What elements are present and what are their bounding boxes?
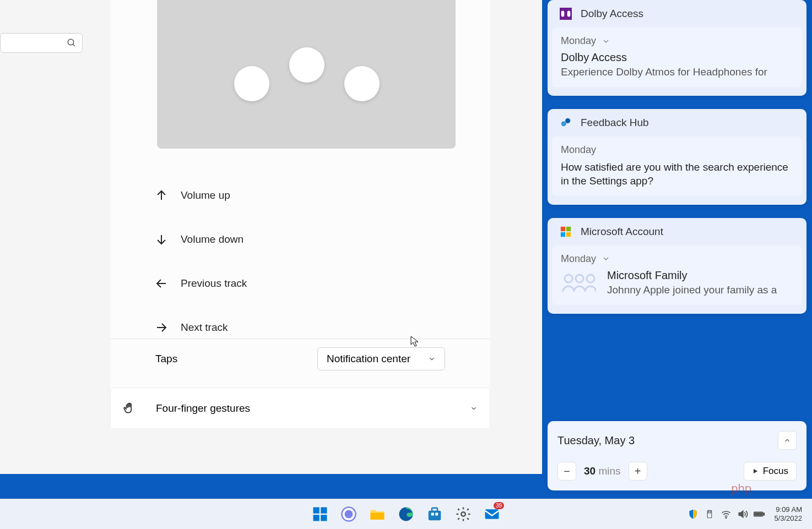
four-finger-label: Four-finger gestures [156, 402, 250, 415]
tray-security-icon[interactable] [686, 507, 700, 521]
store-icon [426, 506, 443, 522]
svg-rect-27 [429, 511, 441, 521]
touch-point-2 [289, 47, 324, 83]
svg-rect-11 [561, 227, 565, 231]
notification-app-header[interactable]: Microsoft Account [548, 222, 806, 243]
focus-date[interactable]: Tuesday, May 3 [557, 434, 635, 447]
taskbar: 39 9:09 AM 5/3/2022 [0, 499, 812, 529]
taskbar-chat[interactable] [335, 501, 362, 527]
system-tray: 9:09 AM 5/3/2022 [686, 505, 808, 522]
svg-rect-12 [566, 227, 571, 231]
gesture-row-volume-up[interactable]: Volume up [154, 173, 452, 217]
chevron-down-icon [602, 254, 610, 263]
taskbar-clock[interactable]: 9:09 AM 5/3/2022 [768, 505, 808, 522]
notification-title: Dolby Access [561, 51, 793, 64]
notification-app-header[interactable]: Feedback Hub [548, 113, 806, 134]
taps-dropdown[interactable]: Notification center [317, 347, 445, 370]
increase-time-button[interactable]: + [629, 462, 647, 481]
touch-point-3 [344, 66, 380, 101]
svg-rect-29 [431, 513, 434, 516]
start-button[interactable] [307, 501, 333, 527]
search-input[interactable] [12, 39, 67, 47]
search-icon [67, 38, 77, 48]
svg-rect-34 [708, 511, 711, 513]
four-finger-gestures-row[interactable]: Four-finger gestures [110, 388, 490, 429]
taskbar-edge[interactable] [393, 501, 419, 527]
focus-button-label: Focus [763, 466, 788, 477]
edge-icon [398, 506, 414, 522]
collapse-button[interactable] [778, 431, 797, 450]
play-icon [752, 468, 759, 475]
app-name: Microsoft Account [581, 226, 663, 238]
taskbar-center: 39 [307, 501, 505, 527]
notification-item[interactable]: Monday How satisfied are you with the se… [552, 137, 802, 196]
tray-wifi-icon[interactable] [719, 507, 733, 521]
notification-item[interactable]: Monday Microsoft Family Johnny Apple joi… [552, 246, 802, 305]
tray-volume-icon[interactable] [735, 507, 750, 521]
chevron-down-icon [602, 37, 610, 46]
notification-day-row[interactable]: Monday [561, 253, 793, 265]
svg-rect-8 [567, 11, 571, 17]
svg-point-24 [345, 510, 353, 519]
notification-center: Dolby Access Monday Dolby Access Experie… [548, 0, 806, 327]
notification-group-feedback: Feedback Hub Monday How satisfied are yo… [548, 109, 806, 205]
taskbar-mail[interactable]: 39 [479, 501, 505, 527]
svg-rect-22 [321, 515, 327, 521]
arrow-down-icon [154, 232, 169, 247]
svg-rect-32 [485, 509, 499, 519]
svg-rect-30 [435, 513, 438, 516]
taps-row: Taps Notification center [110, 339, 490, 378]
mail-badge: 39 [494, 502, 504, 509]
svg-rect-14 [566, 232, 571, 237]
svg-point-16 [576, 275, 583, 282]
arrow-left-icon [154, 276, 169, 291]
notification-day: Monday [561, 144, 596, 156]
svg-rect-13 [561, 232, 565, 237]
chat-icon [340, 506, 357, 522]
folder-icon [369, 506, 386, 522]
gesture-row-previous-track[interactable]: Previous track [154, 261, 452, 306]
notification-day-row[interactable]: Monday [561, 35, 793, 47]
microsoft-icon [560, 226, 572, 238]
notification-app-header[interactable]: Dolby Access [548, 4, 806, 25]
decrease-time-button[interactable]: − [557, 462, 576, 481]
svg-point-35 [726, 517, 727, 519]
notification-group-dolby: Dolby Access Monday Dolby Access Experie… [548, 0, 806, 96]
taps-label: Taps [155, 353, 177, 365]
gesture-label: Volume down [181, 233, 243, 246]
tray-usb-icon[interactable] [702, 507, 717, 521]
settings-search-box[interactable] [0, 33, 83, 53]
notification-group-msaccount: Microsoft Account Monday Microsoft Famil… [548, 218, 806, 314]
gear-icon [455, 506, 472, 522]
dolby-icon [560, 8, 572, 20]
chevron-down-icon [470, 405, 478, 412]
touch-point-1 [234, 66, 269, 101]
focus-button[interactable]: Focus [744, 462, 797, 481]
svg-line-1 [73, 44, 75, 46]
tray-battery-icon[interactable] [752, 507, 766, 521]
notification-message: Experience Dolby Atmos for Headphones fo… [561, 65, 793, 79]
clock-date: 5/3/2022 [774, 514, 802, 523]
hand-icon [123, 401, 137, 416]
gesture-row-volume-down[interactable]: Volume down [154, 217, 452, 261]
notification-message: How satisfied are you with the search ex… [561, 160, 793, 188]
taskbar-settings[interactable] [450, 501, 477, 527]
gesture-label: Previous track [181, 277, 247, 290]
gesture-list: Volume up Volume down Previous track Nex… [154, 173, 452, 350]
taskbar-store[interactable] [421, 501, 448, 527]
svg-point-0 [68, 39, 74, 45]
taps-value: Notification center [327, 353, 410, 365]
svg-point-9 [561, 121, 566, 126]
svg-rect-25 [371, 513, 385, 520]
taskbar-explorer[interactable] [364, 501, 391, 527]
svg-rect-7 [561, 11, 565, 17]
svg-rect-28 [432, 508, 437, 511]
svg-point-10 [565, 118, 570, 123]
notification-day: Monday [561, 35, 596, 47]
app-name: Dolby Access [581, 8, 643, 20]
svg-rect-37 [764, 513, 765, 515]
notification-item[interactable]: Monday Dolby Access Experience Dolby Atm… [552, 28, 802, 87]
family-icon [561, 269, 596, 297]
svg-marker-18 [754, 469, 757, 473]
svg-rect-38 [755, 513, 762, 515]
